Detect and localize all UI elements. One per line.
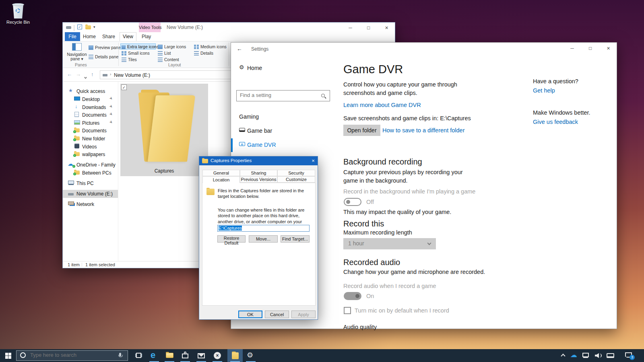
dialog-tab-security[interactable]: Security [277, 170, 315, 176]
cancel-button[interactable]: Cancel [265, 311, 289, 318]
open-folder-button[interactable]: Open folder [343, 125, 380, 136]
dialog-tab-location[interactable]: Location [202, 176, 240, 183]
taskbar-mail[interactable] [194, 349, 209, 362]
sidebar-item-desktop[interactable]: Desktop➤ [63, 95, 118, 103]
explorer-minimize-button[interactable]: ─ [341, 23, 359, 33]
recent-locations-chevron-icon[interactable] [85, 73, 87, 80]
preview-pane-button[interactable]: Preview pane [89, 45, 121, 50]
tray-onedrive[interactable]: ☁ [568, 349, 580, 362]
layout-option-small[interactable]: Small icons [122, 51, 150, 56]
taskbar-search-input[interactable] [30, 352, 115, 358]
explorer-titlebar[interactable]: | ✓ ▾ Video Tools New Volume (E:) ─ □ × [63, 23, 395, 32]
tray-keyboard[interactable] [604, 349, 617, 362]
forward-icon[interactable]: → [76, 71, 81, 77]
back-icon[interactable]: ← [67, 71, 72, 77]
sidebar-item-videos[interactable]: Videos [63, 143, 118, 150]
restore-default-button[interactable]: Restore Default [217, 235, 246, 243]
layout-option-tiles[interactable]: Tiles [122, 57, 137, 62]
apply-button[interactable]: Apply [291, 311, 316, 318]
tab-file[interactable]: File [65, 32, 80, 41]
tray-volume[interactable] [592, 349, 604, 362]
settings-search-box[interactable] [236, 90, 330, 101]
explorer-maximize-button[interactable]: □ [359, 23, 378, 33]
sidebar-item-network[interactable]: Network [63, 200, 118, 208]
sidebar-item-quick-access[interactable]: ★Quick access [63, 87, 118, 95]
sidebar-item-wallpapers[interactable]: ✓wallpapers [63, 150, 118, 158]
captures-folder-icon [138, 93, 191, 162]
find-target-button[interactable]: Find Target... [281, 235, 310, 243]
dialog-close-icon[interactable]: × [310, 157, 317, 165]
layout-option-medium[interactable]: Medium icons [194, 44, 227, 49]
max-length-dropdown[interactable]: 1 hour [343, 238, 436, 249]
give-feedback-link[interactable]: Give us feedback [533, 119, 578, 125]
taskbar-settings[interactable]: ⚙ [243, 349, 258, 362]
ok-button[interactable]: OK [238, 311, 262, 318]
layout-option-list[interactable]: List [158, 51, 171, 56]
sidebar-item-new-volume[interactable]: New Volume (E:) [63, 190, 118, 198]
tab-share[interactable]: Share [102, 34, 115, 39]
properties-check-icon[interactable]: ✓ [77, 25, 82, 29]
settings-back-icon[interactable]: ← [237, 45, 242, 52]
tray-network[interactable] [580, 349, 592, 362]
layout-option-extra-large[interactable]: Extra large icons [120, 43, 156, 49]
action-center-button[interactable]: 3 [621, 349, 638, 362]
sidebar-item-pictures[interactable]: Pictures➤ [63, 119, 118, 127]
location-path-input[interactable]: E:\Captures [217, 225, 310, 232]
qat-chevron-down-icon[interactable]: ▾ [93, 25, 95, 29]
settings-maximize-button[interactable]: □ [581, 43, 599, 54]
taskbar-captures-folder-active[interactable] [227, 349, 243, 362]
sidebar-item-between-pcs[interactable]: ✓Between PCs [63, 169, 118, 177]
sidebar-item-documents[interactable]: Documents➤ [63, 111, 118, 119]
file-item-captures[interactable]: ✓ Captures [120, 84, 208, 176]
settings-search-input[interactable] [240, 92, 316, 98]
layout-option-large[interactable]: Large icons [158, 44, 186, 49]
videos-icon [74, 144, 79, 148]
mic-default-checkbox[interactable] [344, 307, 351, 314]
taskbar-xbox[interactable]: × [210, 349, 225, 362]
address-crumb[interactable]: New Volume (E:) [114, 72, 150, 78]
nav-item-game-bar[interactable]: Game bar [231, 126, 336, 138]
nav-item-game-dvr[interactable]: Game DVR [231, 138, 336, 152]
settings-titlebar[interactable]: ← Settings ─ □ × [231, 43, 617, 56]
sidebar-item-downloads[interactable]: ↓Downloads➤ [63, 103, 118, 111]
recycle-bin-shortcut[interactable]: Recycle Bin [4, 3, 32, 25]
layout-option-content[interactable]: Content [158, 57, 179, 62]
dialog-folder-icon [202, 158, 208, 163]
tab-home[interactable]: Home [83, 34, 96, 39]
record-audio-toggle[interactable] [344, 292, 361, 300]
layout-option-details[interactable]: Details [194, 51, 213, 56]
dialog-tab-general[interactable]: General [202, 170, 240, 176]
item-checkbox[interactable]: ✓ [121, 84, 127, 90]
taskbar-edge[interactable]: e [147, 349, 162, 362]
details-pane-button[interactable]: Details pane [89, 54, 118, 59]
nav-item-home[interactable]: ⚙Home [231, 64, 336, 75]
sidebar-item-documents-sync[interactable]: ✓Documents [63, 127, 118, 134]
sidebar-item-this-pc[interactable]: This PC [63, 179, 118, 187]
video-tools-contextual-tab[interactable]: Video Tools [139, 23, 161, 33]
up-icon[interactable]: ↑ [91, 71, 94, 77]
learn-more-link[interactable]: Learn more about Game DVR [343, 102, 421, 108]
settings-minimize-button[interactable]: ─ [563, 43, 581, 54]
tray-chevron-up[interactable] [558, 349, 568, 362]
search-icon[interactable] [321, 94, 325, 97]
taskbar-store[interactable] [178, 349, 193, 362]
task-view-button[interactable] [131, 349, 147, 362]
different-folder-link[interactable]: How to save to a different folder [382, 127, 464, 134]
get-help-link[interactable]: Get help [533, 87, 555, 94]
start-button[interactable] [0, 349, 16, 362]
sidebar-item-onedrive[interactable]: ☁✓OneDrive - Family [63, 161, 118, 169]
background-recording-toggle[interactable] [344, 198, 361, 206]
dialog-titlebar[interactable]: Captures Properties × [199, 156, 318, 165]
taskbar-file-explorer[interactable] [162, 349, 177, 362]
new-folder-icon[interactable] [85, 25, 91, 29]
dialog-tab-sharing[interactable]: Sharing [240, 170, 277, 176]
move-button[interactable]: Move... [249, 235, 278, 243]
tab-view[interactable]: View [120, 32, 136, 41]
sidebar-item-new-folder[interactable]: ✓New folder [63, 135, 118, 142]
dialog-tab-customize[interactable]: Customize [277, 176, 315, 183]
taskbar-search-box[interactable] [16, 350, 128, 361]
dialog-tab-previous-versions[interactable]: Previous Versions [240, 176, 277, 183]
explorer-close-button[interactable]: × [378, 23, 396, 33]
tab-play[interactable]: Play [142, 34, 151, 39]
settings-close-button[interactable]: × [599, 43, 617, 54]
